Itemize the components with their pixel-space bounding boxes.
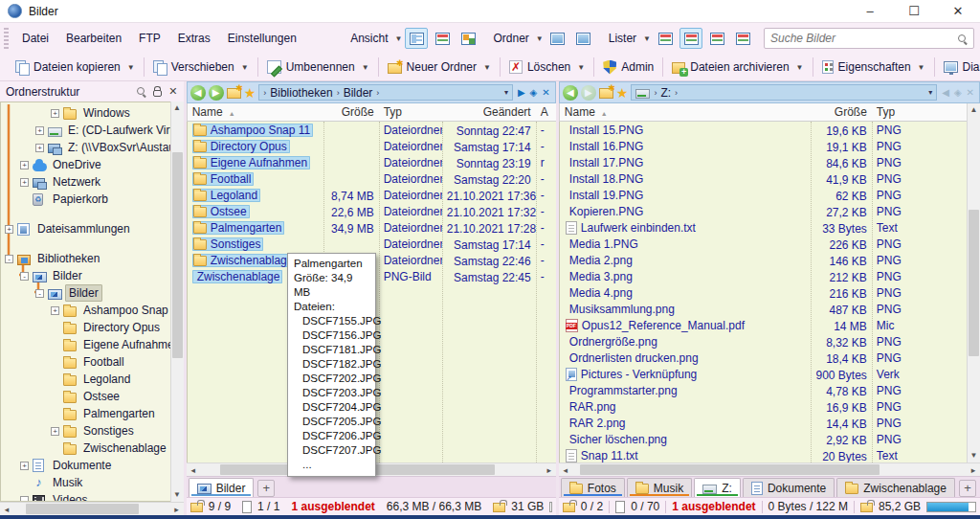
group-label-ansicht[interactable]: Ansicht bbox=[350, 32, 388, 45]
tree-search-icon[interactable] bbox=[136, 86, 146, 97]
file-row[interactable]: Sicher löschen.png2,92 KBPNG bbox=[560, 431, 967, 447]
tree-item-papierkorb[interactable]: Papierkorb bbox=[1, 191, 170, 208]
search-input[interactable] bbox=[770, 32, 957, 45]
details-view-icon[interactable] bbox=[405, 28, 428, 49]
tree-vertical-scrollbar[interactable]: ▲ ▼ bbox=[170, 102, 184, 502]
file-row[interactable]: Install 17.PNG84,6 KBPNG bbox=[560, 154, 967, 170]
maximize-button[interactable]: ☐ bbox=[892, 0, 936, 22]
search-icon[interactable] bbox=[957, 34, 968, 44]
chevron-down-icon[interactable]: ▼ bbox=[796, 63, 804, 72]
tab-zwischenablage[interactable]: Zwischenablage bbox=[836, 478, 955, 497]
breadcrumb-segment[interactable]: Z: bbox=[660, 86, 671, 100]
chevron-down-icon[interactable]: ▼ bbox=[395, 34, 403, 43]
pane-control-icon[interactable]: ✕ bbox=[542, 85, 549, 101]
file-row[interactable]: Ostsee22,6 MBDateiordner21.10.2021 17:32… bbox=[188, 203, 556, 219]
chevron-down-icon[interactable]: ▼ bbox=[483, 63, 491, 72]
file-row[interactable]: Media 4.png216 KBPNG bbox=[560, 284, 967, 301]
breadcrumb-segment[interactable]: Bibliotheken bbox=[270, 86, 332, 100]
file-row[interactable]: Programmstarter.png4,78 KBPNG bbox=[560, 382, 967, 398]
folder-up-icon[interactable] bbox=[227, 88, 241, 99]
column-header-name[interactable]: Name▲ bbox=[560, 105, 811, 119]
middle-breadcrumb[interactable]: ›Bibliotheken›Bilder›▾ bbox=[258, 84, 513, 101]
right-breadcrumb[interactable]: ›Z:›▾ bbox=[631, 84, 937, 101]
chevron-down-icon[interactable]: ▼ bbox=[127, 63, 135, 72]
lister-tree-icon[interactable] bbox=[705, 28, 728, 49]
new-tab-button[interactable]: + bbox=[257, 480, 275, 497]
search-box[interactable] bbox=[764, 28, 974, 49]
back-button[interactable]: ◀ bbox=[190, 85, 206, 101]
expand-icon[interactable]: + bbox=[51, 306, 59, 315]
lister-dual-icon[interactable] bbox=[679, 28, 702, 49]
tree-item-ostsee[interactable]: Ostsee bbox=[1, 388, 170, 405]
expand-icon[interactable]: + bbox=[35, 126, 44, 135]
tree-item-onedrive[interactable]: +OneDrive bbox=[1, 156, 170, 173]
file-row[interactable]: Pictures - Verknüpfung900 BytesVerk bbox=[560, 366, 967, 382]
chevron-down-icon[interactable]: ▼ bbox=[241, 63, 249, 72]
file-row[interactable]: RAR 2.png14,4 KBPNG bbox=[560, 415, 967, 431]
pane-control-icon[interactable]: ◈ bbox=[954, 85, 962, 101]
newfolder-button[interactable]: Neuer Ordner▼ bbox=[381, 57, 498, 77]
file-row[interactable]: Ordnergröße.png8,32 KBPNG bbox=[560, 333, 967, 350]
tree-item-bilder[interactable]: -Bilder bbox=[1, 267, 170, 284]
move-button[interactable]: Verschieben▼ bbox=[146, 57, 256, 77]
file-row[interactable]: Laufwerk einbinden.txt33 BytesText bbox=[560, 219, 967, 236]
menu-datei[interactable]: Datei bbox=[13, 28, 57, 49]
tree-item-dokumente[interactable]: +Dokumente bbox=[1, 457, 170, 474]
column-header-gre[interactable]: Größe bbox=[323, 105, 379, 119]
shield-button[interactable]: Admin bbox=[596, 57, 660, 78]
file-row[interactable]: Ordnerlisten drucken.png18,4 KBPNG bbox=[560, 350, 967, 366]
file-row[interactable]: Palmengarten34,9 MBDateiordner21.10.2021… bbox=[188, 219, 556, 236]
file-row[interactable]: Legoland8,74 MBDateiordner21.10.2021 17:… bbox=[188, 187, 556, 203]
column-header-gendert[interactable]: Geändert bbox=[442, 105, 536, 119]
collapse-icon[interactable]: - bbox=[20, 272, 29, 281]
tab-fotos[interactable]: Fotos bbox=[561, 478, 625, 497]
folder-sync-icon[interactable] bbox=[546, 28, 569, 49]
tree-item-dateisammlungen[interactable]: +Dateisammlungen bbox=[1, 220, 170, 237]
chevron-down-icon[interactable]: ▼ bbox=[918, 63, 925, 72]
column-header-typ[interactable]: Typ bbox=[379, 105, 442, 119]
file-row[interactable]: FootballDateiordnerSamstag 22:20- bbox=[188, 170, 556, 187]
tree-item-windows[interactable]: +Windows bbox=[1, 104, 170, 122]
pane-control-icon[interactable]: ◀ bbox=[942, 85, 949, 101]
expand-icon[interactable]: + bbox=[20, 161, 29, 169]
breadcrumb-segment[interactable]: Bilder bbox=[344, 86, 373, 100]
folder-lock-icon[interactable] bbox=[572, 28, 595, 49]
menu-ftp[interactable]: FTP bbox=[130, 28, 169, 49]
tree-item-zwischenablage[interactable]: Zwischenablage bbox=[1, 440, 170, 457]
file-row[interactable]: RAR.png16,9 KBPNG bbox=[560, 398, 967, 415]
chevron-down-icon[interactable]: ▼ bbox=[362, 63, 369, 72]
slideshow-button[interactable]: Diashow▼ bbox=[937, 57, 980, 77]
tree-item-sonstiges[interactable]: +Sonstiges bbox=[1, 422, 170, 440]
favorites-star-icon[interactable]: ★ bbox=[616, 86, 629, 100]
close-button[interactable]: ✕ bbox=[936, 0, 980, 22]
tree-close-icon[interactable]: ✕ bbox=[168, 85, 177, 98]
column-header-typ[interactable]: Typ bbox=[872, 105, 908, 119]
tree-item-bilder[interactable]: -Bilder bbox=[1, 284, 170, 302]
tree-item-videos[interactable]: -Videos bbox=[1, 491, 170, 502]
pane-control-icon[interactable]: ◈ bbox=[530, 85, 538, 101]
chevron-down-icon[interactable]: ▼ bbox=[577, 63, 585, 72]
chevron-down-icon[interactable]: ▼ bbox=[643, 34, 651, 43]
column-header-name[interactable]: Name▲ bbox=[188, 105, 323, 119]
expand-icon[interactable]: + bbox=[20, 462, 29, 470]
collapse-icon[interactable]: - bbox=[20, 496, 29, 503]
props-button[interactable]: Eigenschaften▼ bbox=[815, 57, 932, 77]
tree-unlock-icon[interactable] bbox=[153, 90, 162, 97]
tab-dokumente[interactable]: Dokumente bbox=[743, 478, 835, 497]
new-tab-button[interactable]: + bbox=[959, 480, 976, 497]
tab-z[interactable]: Z: bbox=[694, 478, 741, 497]
menu-einstellungen[interactable]: Einstellungen bbox=[219, 28, 305, 49]
expand-icon[interactable]: + bbox=[51, 109, 59, 118]
tree-item-ashampoo-snap-11[interactable]: +Ashampoo Snap 11 bbox=[1, 302, 170, 319]
tree-item-musik[interactable]: ♪Musik bbox=[1, 474, 170, 491]
file-row[interactable]: Eigene AufnahmenDateiordnerSonntag 23:19… bbox=[188, 154, 556, 170]
tab-musik[interactable]: Musik bbox=[627, 478, 692, 497]
tab-bilder[interactable]: Bilder bbox=[189, 478, 255, 497]
folder-up-icon[interactable] bbox=[599, 88, 613, 99]
tree-horizontal-scrollbar[interactable]: ◂ ▸ bbox=[0, 502, 184, 515]
tree-item-netzwerk[interactable]: +Netzwerk bbox=[1, 173, 170, 191]
pane-control-icon[interactable]: ▶ bbox=[518, 85, 525, 101]
file-row[interactable]: SonstigesDateiordnerSamstag 17:14- bbox=[188, 236, 556, 252]
tree-item-z-vboxsvr-austausch-vm-[interactable]: +Z: (\\VBoxSvr\Austausch_VM) bbox=[1, 139, 170, 156]
tree-item-directory-opus[interactable]: Directory Opus bbox=[1, 319, 170, 336]
